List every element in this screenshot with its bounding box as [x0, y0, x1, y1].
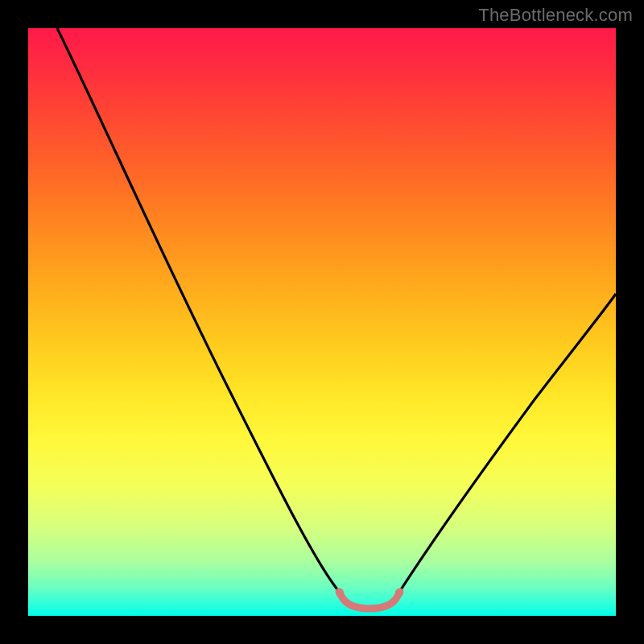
trough-dot-right: [395, 588, 403, 597]
bottleneck-curve: [28, 28, 616, 616]
plot-area: [28, 28, 616, 616]
v-curve-path: [57, 28, 616, 608]
trough-highlight: [339, 592, 400, 609]
trough-dot-left: [336, 588, 344, 597]
watermark-text: TheBottleneck.com: [478, 5, 633, 26]
chart-frame: TheBottleneck.com: [0, 0, 644, 644]
